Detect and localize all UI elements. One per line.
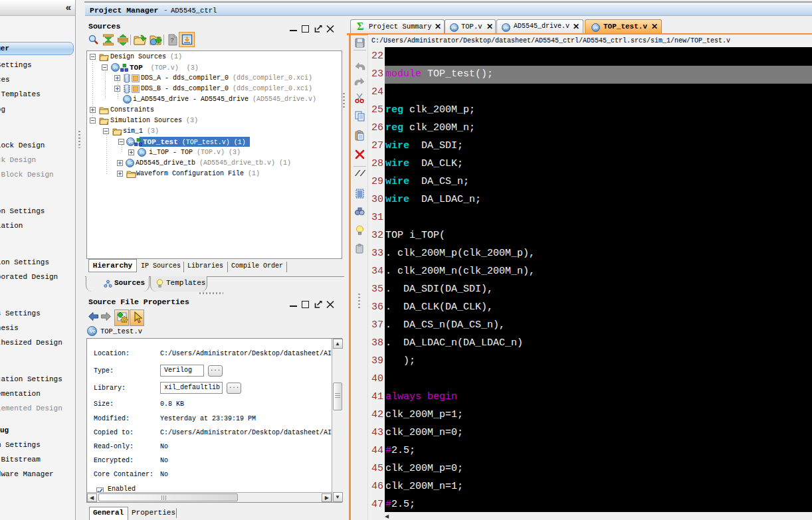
svg-text:?: ?	[170, 37, 174, 44]
